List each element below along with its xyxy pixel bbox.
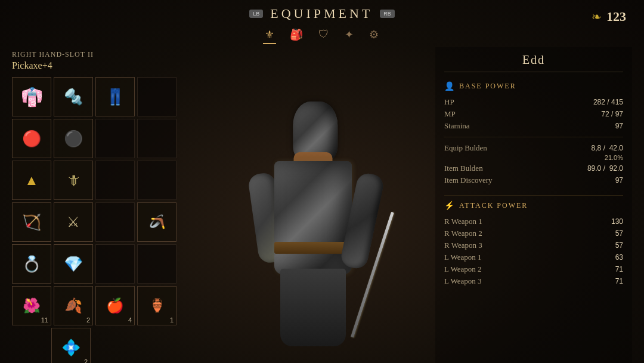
r-weapon3-value: 57 [615, 241, 623, 250]
equip-slot-bow[interactable]: 🏹 [12, 202, 51, 242]
stamina-row: Stamina 97 [444, 120, 623, 132]
flower-count: 11 [41, 316, 48, 324]
equip-slot-empty1[interactable] [137, 77, 177, 116]
equip-slot-orb1[interactable]: 🔴 [12, 119, 51, 158]
char-belt [274, 242, 352, 254]
ring2-icon: 💎 [64, 255, 83, 273]
equip-slot-leaf[interactable]: 🍂 2 [54, 286, 93, 325]
currency-value: 123 [606, 9, 626, 24]
l-weapon1-label: L Weapon 1 [444, 253, 482, 262]
char-torso [274, 161, 352, 275]
equipment-grid: 👘 🔩 👖 🔴 ⚫ [12, 77, 191, 325]
equip-slot-empty4[interactable] [95, 161, 135, 200]
page-title: EQUIPMENT [270, 6, 373, 21]
ring1-icon: 💍 [22, 255, 41, 273]
mp-label: MP [444, 109, 456, 119]
nav-tab-equipment[interactable]: ⚜ [263, 26, 276, 44]
equip-slot-sword[interactable]: ⚔ [54, 202, 93, 242]
title-bumpers: LB EQUIPMENT RB [249, 6, 395, 21]
mp-value: 72 / 97 [601, 110, 623, 118]
r-weapon1-value: 130 [611, 217, 623, 226]
nav-tab-magic[interactable]: 🛡 [317, 26, 331, 44]
equip-slot-ring2[interactable]: 💎 [54, 244, 93, 284]
r-weapon2-row: R Weapon 2 57 [444, 227, 623, 239]
orb1-icon: 🔴 [22, 130, 41, 148]
equip-slot-empty7[interactable] [95, 244, 135, 284]
equip-slot-crystal[interactable]: 💠 2 [51, 328, 91, 363]
item-burden-value: 89.0 / 92.0 [587, 164, 623, 173]
hp-value: 282 / 415 [593, 98, 623, 106]
equip-slot-staff[interactable]: 🪃 [137, 202, 177, 242]
equip-slot-weapon1[interactable]: 🔩 [54, 77, 93, 116]
content-area: RIGHT HAND-SLOT II Pickaxe+4 👘 🔩 👖 🔴 [0, 47, 644, 363]
robe-icon: 👘 [21, 87, 43, 107]
equip-slot-talisman1[interactable]: ▲ [12, 161, 51, 200]
equip-slot-empty6[interactable] [95, 202, 135, 242]
urn-icon: 🏺 [149, 298, 165, 313]
equip-slot-empty2[interactable] [95, 119, 135, 158]
equip-slot-shield[interactable]: ⚫ [54, 119, 93, 158]
equip-slot-robe[interactable]: 👘 [12, 77, 51, 116]
crystal-icon: 💠 [61, 339, 80, 357]
right-bumper[interactable]: RB [380, 10, 395, 18]
nav-tab-target[interactable]: ✦ [343, 26, 355, 44]
talisman1-icon: ▲ [24, 173, 39, 189]
equip-slot-flower[interactable]: 🌺 11 [12, 286, 51, 325]
character-silhouette [224, 60, 402, 346]
nav-tab-inventory[interactable]: 🎒 [288, 26, 305, 44]
title-area: LB EQUIPMENT RB ⚜ 🎒 🛡 ✦ ⚙ [249, 6, 395, 44]
item-discovery-label: Item Discovery [444, 176, 493, 185]
dagger-icon: 🗡 [66, 172, 80, 189]
char-body [247, 72, 379, 346]
attack-power-section: ⚡ ATTACK POWER R Weapon 1 130 R Weapon 2… [444, 201, 623, 287]
item-burden-label: Item Bulden [444, 164, 483, 173]
slot-item-name: Pickaxe+4 [12, 60, 191, 71]
left-bumper[interactable]: LB [249, 10, 263, 18]
equip-slot-empty3[interactable] [137, 119, 177, 158]
section-divider [444, 195, 623, 196]
top-bar: LB EQUIPMENT RB ⚜ 🎒 🛡 ✦ ⚙ ❧ 123 [0, 0, 644, 47]
left-panel: RIGHT HAND-SLOT II Pickaxe+4 👘 🔩 👖 🔴 [12, 47, 191, 363]
equip-slot-urn[interactable]: 🏺 1 [137, 286, 177, 325]
flower-icon: 🌺 [23, 297, 41, 314]
main-container: LB EQUIPMENT RB ⚜ 🎒 🛡 ✦ ⚙ ❧ 123 RIGHT HA… [0, 0, 644, 363]
r-weapon2-label: R Weapon 2 [444, 229, 482, 238]
nav-tabs: ⚜ 🎒 🛡 ✦ ⚙ [263, 26, 380, 44]
base-power-icon: 👤 [444, 81, 456, 91]
attack-power-header: ⚡ ATTACK POWER [444, 201, 623, 211]
r-weapon1-row: R Weapon 1 130 [444, 216, 623, 227]
base-power-header: 👤 BASE POWER [444, 81, 623, 91]
l-weapon2-label: L Weapon 2 [444, 264, 482, 274]
equip-burden-label: Equip Bulden [444, 143, 487, 153]
shield-icon: ⚫ [64, 130, 83, 148]
mp-row: MP 72 / 97 [444, 108, 623, 120]
l-weapon1-row: L Weapon 1 63 [444, 251, 623, 263]
equip-slot-ring1[interactable]: 💍 [12, 244, 51, 284]
slot-label: RIGHT HAND-SLOT II [12, 50, 191, 59]
r-weapon1-label: R Weapon 1 [444, 217, 482, 226]
l-weapon2-value: 71 [615, 265, 623, 273]
stamina-label: Stamina [444, 121, 470, 131]
l-weapon1-value: 63 [615, 253, 623, 262]
legs-icon: 👖 [106, 88, 125, 106]
l-weapon3-value: 71 [615, 277, 623, 285]
equip-slot-empty5[interactable] [137, 161, 177, 200]
l-weapon3-row: L Weapon 3 71 [444, 275, 623, 287]
hp-label: HP [444, 97, 454, 107]
apple-count: 4 [128, 316, 132, 324]
weapon1-icon: 🔩 [64, 88, 83, 106]
equip-slot-empty8[interactable] [137, 244, 177, 284]
base-power-section: 👤 BASE POWER HP 282 / 415 MP 72 / 97 [444, 81, 623, 186]
staff-icon: 🪃 [149, 214, 165, 230]
character-name: Edd [444, 53, 623, 72]
leaf-icon: 🍂 [64, 297, 82, 314]
urn-count: 1 [170, 316, 174, 324]
equip-slot-dagger[interactable]: 🗡 [54, 161, 93, 200]
item-discovery-row: Item Discovery 97 [444, 174, 623, 186]
equip-slot-apple[interactable]: 🍎 4 [95, 286, 135, 325]
nav-tab-settings[interactable]: ⚙ [367, 26, 380, 44]
leaf-count: 2 [86, 316, 90, 324]
equip-slot-legs[interactable]: 👖 [95, 77, 135, 116]
r-weapon2-value: 57 [615, 229, 623, 238]
stat-divider1 [444, 137, 623, 137]
